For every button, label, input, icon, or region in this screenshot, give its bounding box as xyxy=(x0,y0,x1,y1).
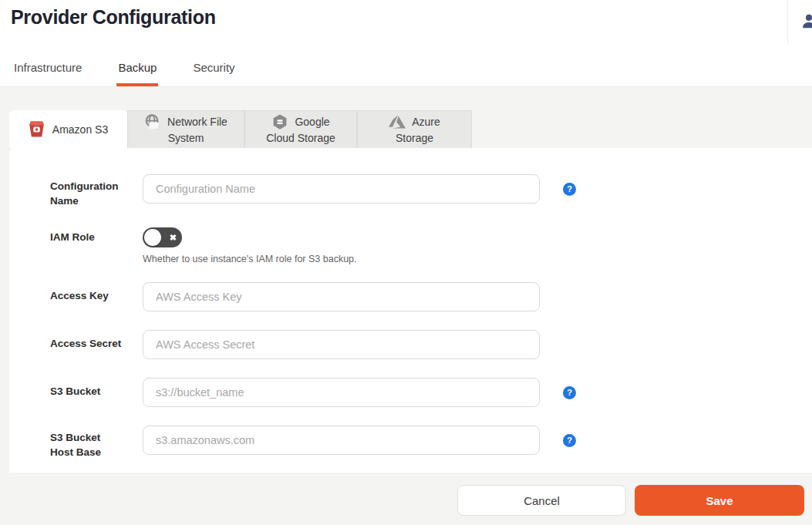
provider-tab-azure-storage[interactable]: Azure Storage xyxy=(357,110,472,148)
iam-role-toggle[interactable]: ✖ xyxy=(143,227,182,247)
toggle-off-icon: ✖ xyxy=(170,227,177,247)
provider-tab-network-file-system[interactable]: Network File System xyxy=(127,110,244,148)
s3-bucket-host-base-input[interactable] xyxy=(143,426,540,455)
network-file-system-icon xyxy=(144,113,161,130)
tab-infrastructure[interactable]: Infrastructure xyxy=(12,48,83,86)
s3-bucket-host-base-label: S3 Bucket Host Base xyxy=(50,430,136,459)
provider-tab-label-line2: System xyxy=(168,130,204,146)
provider-tab-google-cloud-storage[interactable]: Google Cloud Storage xyxy=(244,110,357,148)
amazon-s3-icon xyxy=(29,119,45,139)
page-title: Provider Configuration xyxy=(11,6,216,29)
tab-backup[interactable]: Backup xyxy=(116,48,158,86)
main-tab-bar: Infrastructure Backup Security xyxy=(12,48,237,86)
provider-form-panel: Configuration Name ? IAM Role ✖ Whether … xyxy=(9,148,812,473)
s3-bucket-host-base-help-icon[interactable]: ? xyxy=(563,434,576,447)
save-button[interactable]: Save xyxy=(635,485,804,516)
header-divider xyxy=(787,0,788,43)
provider-tab-bar: Amazon S3 Network File System xyxy=(9,110,472,148)
provider-tab-label-line2: Cloud Storage xyxy=(266,130,335,146)
iam-role-label: IAM Role xyxy=(50,230,136,244)
provider-tab-label: Network File xyxy=(167,113,227,130)
provider-tab-amazon-s3[interactable]: Amazon S3 xyxy=(9,110,127,148)
access-secret-input[interactable] xyxy=(143,330,540,359)
cancel-button[interactable]: Cancel xyxy=(457,485,626,516)
provider-tab-label: Amazon S3 xyxy=(52,121,108,138)
configuration-name-label: Configuration Name xyxy=(50,179,136,208)
s3-bucket-help-icon[interactable]: ? xyxy=(563,386,576,399)
google-cloud-storage-icon xyxy=(271,113,288,130)
content-background: Amazon S3 Network File System xyxy=(0,87,812,525)
access-key-label: Access Key xyxy=(50,288,136,303)
configuration-name-help-icon[interactable]: ? xyxy=(563,183,576,196)
provider-tab-label: Azure xyxy=(412,113,440,130)
user-icon[interactable] xyxy=(800,12,812,29)
provider-tab-label-line2: Storage xyxy=(396,130,433,146)
iam-role-helper-text: Whether to use instance's IAM role for S… xyxy=(143,254,357,264)
provider-tab-label: Google xyxy=(295,113,329,130)
s3-bucket-label: S3 Bucket xyxy=(50,384,136,399)
access-secret-label: Access Secret xyxy=(50,336,136,351)
azure-storage-icon xyxy=(389,113,406,130)
configuration-name-input[interactable] xyxy=(143,174,540,204)
s3-bucket-input[interactable] xyxy=(143,378,540,407)
toggle-knob xyxy=(144,229,161,246)
tab-security[interactable]: Security xyxy=(191,48,236,86)
access-key-input[interactable] xyxy=(143,282,540,311)
